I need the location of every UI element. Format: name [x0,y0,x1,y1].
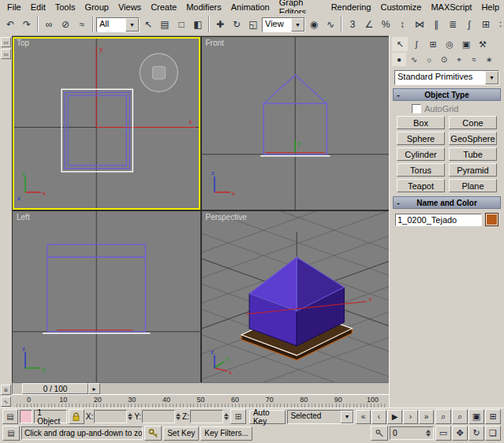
schematic-view-icon[interactable]: ⊞ [478,17,494,32]
pan-icon[interactable]: ✥ [452,426,468,441]
current-frame-field[interactable]: 0 [390,426,434,440]
select-and-manipulate-icon[interactable]: ∿ [323,17,338,32]
selection-set-dropdown[interactable]: Selected ▼ [287,410,354,424]
select-by-name-icon[interactable]: ▤ [157,17,173,32]
object-color-swatch[interactable] [485,213,498,226]
spinner-icon[interactable] [128,413,133,420]
arc-rotate-icon[interactable]: ↻ [469,426,484,441]
spinner-icon[interactable] [176,413,181,420]
name-color-rollout-header[interactable]: - Name and Color [393,196,501,209]
snap-toggle-3d-icon[interactable]: 3 [345,17,360,32]
chevron-down-icon[interactable]: ▼ [125,18,139,32]
curve-editor-icon[interactable]: ∫ [461,17,477,32]
zoom-extents-all-icon[interactable]: ⊞ [485,409,501,424]
menu-help[interactable]: Help [476,2,504,13]
material-editor-icon[interactable]: ∷ [495,17,504,32]
cylinder-button[interactable]: Cylinder [397,147,445,161]
category-geometry-icon[interactable]: ● [392,53,406,66]
mini-listener-menu-icon[interactable]: ▤ [2,409,18,424]
transform-typein-mode-icon[interactable]: ⊞ [230,409,246,424]
primitive-category-dropdown[interactable]: Standard Primitives ▼ [394,70,499,85]
bind-to-space-warp-icon[interactable]: ≈ [74,17,90,32]
spinner-icon[interactable] [426,430,431,437]
collapse-icon[interactable]: - [394,91,403,99]
zoom-region-icon[interactable]: ▭ [435,426,451,441]
menu-file[interactable]: File [2,2,26,13]
macro-recorder-field[interactable] [20,410,32,423]
timeline-ruler[interactable]: 0102030405060708090100 [12,394,390,408]
key-filters-button[interactable]: Key Filters... [200,426,252,441]
selection-lock-icon[interactable] [69,409,84,424]
pyramid-button[interactable]: Pyramid [449,163,497,177]
y-coordinate-field[interactable] [142,410,175,423]
tab-modify-icon[interactable]: ∫ [409,37,424,51]
view-navigation-widget[interactable] [140,54,177,91]
top-viewport-canvas[interactable]: y x x y [13,37,200,210]
go-to-start-button[interactable]: « [356,410,371,424]
go-to-end-button[interactable]: » [419,410,434,424]
category-cameras-icon[interactable]: ⊙ [437,53,451,66]
key-mode-toggle-icon[interactable] [371,426,388,441]
side-toolbar-icon-2[interactable]: ▭ [1,49,11,59]
collapse-icon[interactable]: - [394,199,403,207]
autogrid-checkbox[interactable] [412,104,421,114]
min-max-toggle-icon[interactable]: ❏ [485,426,501,441]
object-type-rollout-header[interactable]: - Object Type [393,88,501,101]
zoom-all-icon[interactable]: ⌕ [452,409,468,424]
front-viewport-canvas[interactable]: y z x [202,37,390,210]
listener-log-icon[interactable]: ▤ [2,426,20,441]
select-and-link-icon[interactable]: ∞ [41,17,57,32]
zoom-extents-icon[interactable]: ▣ [469,409,484,424]
layer-manager-icon[interactable]: ≣ [445,17,461,32]
set-keys-key-icon[interactable] [144,426,162,441]
rectangular-selection-region-icon[interactable]: □ [174,17,189,32]
undo-icon[interactable]: ↶ [2,17,18,32]
side-toolbar-icon-4[interactable]: ∿ [1,396,11,407]
viewport-left[interactable]: Left [13,211,200,384]
angle-snap-icon[interactable]: ∠ [361,17,377,32]
spinner-snap-icon[interactable]: ↕ [394,17,410,32]
auto-key-button[interactable]: Auto Key [249,410,286,424]
tube-button[interactable]: Tube [449,147,497,161]
mirror-icon[interactable]: ⋈ [412,17,427,32]
box-button[interactable]: Box [397,116,445,129]
reference-coordinate-dropdown[interactable]: View ▼ [262,17,305,32]
menu-edit[interactable]: Edit [26,2,50,13]
select-and-scale-icon[interactable]: ◱ [245,17,261,32]
selection-filter-dropdown[interactable]: All ▼ [96,17,140,32]
select-and-move-icon[interactable]: ✚ [212,17,228,32]
menu-group[interactable]: Group [80,2,114,13]
select-object-icon[interactable]: ↖ [140,17,156,32]
left-viewport-canvas[interactable]: z y [13,211,200,384]
unlink-selection-icon[interactable]: ⊘ [58,17,73,32]
menu-customize[interactable]: Customize [375,2,426,13]
viewport-front[interactable]: Front y [202,37,390,210]
house-wireframe[interactable] [62,89,133,171]
menu-create[interactable]: Create [146,2,181,13]
spinner-icon[interactable] [224,413,229,420]
align-icon[interactable]: ∥ [428,17,444,32]
tab-hierarchy-icon[interactable]: ⊞ [425,37,441,51]
zoom-icon[interactable]: ⌕ [435,409,451,424]
time-slider-button[interactable]: 0 / 100 [22,383,88,394]
next-frame-nub-icon[interactable]: ▸ [88,383,100,394]
window-crossing-icon[interactable]: ◧ [190,17,206,32]
select-and-rotate-icon[interactable]: ↻ [229,17,245,32]
tab-create-icon[interactable]: ↖ [392,37,408,51]
side-toolbar-icon-3[interactable]: ≣ [1,385,11,395]
viewport-perspective[interactable]: Perspective [202,211,390,384]
set-key-button[interactable]: Set Key [163,426,199,441]
menu-animation[interactable]: Animation [226,2,274,13]
teapot-button[interactable]: Teapot [397,179,445,192]
tab-utilities-icon[interactable]: ⚒ [475,37,491,51]
move-gizmo[interactable]: y [265,140,325,153]
percent-snap-icon[interactable]: % [378,17,394,32]
sphere-button[interactable]: Sphere [397,132,445,145]
menu-maxscript[interactable]: MAXScript [426,2,476,13]
tab-motion-icon[interactable]: ◎ [442,37,457,51]
menu-views[interactable]: Views [114,2,146,13]
previous-frame-button[interactable]: ‹ [371,410,386,424]
cone-button[interactable]: Cone [449,116,497,129]
time-slider-track[interactable]: 0 / 100 ▸ [12,382,390,395]
category-lights-icon[interactable]: ☼ [422,53,436,66]
